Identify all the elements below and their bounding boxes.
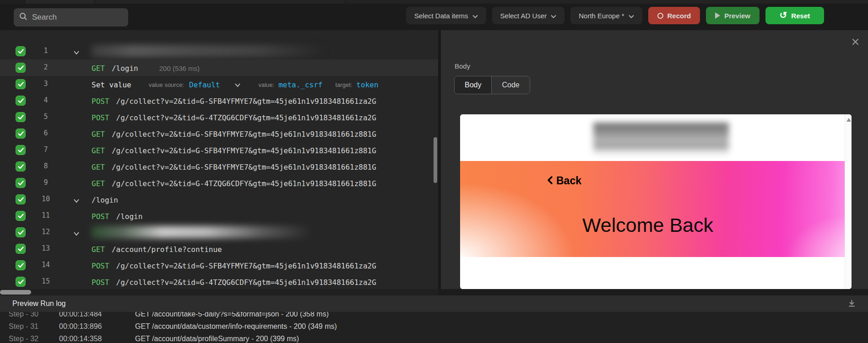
log-entry: Step - 30 00:00:13:484 GET /account/take… <box>0 312 868 320</box>
chevron-down-icon[interactable] <box>234 80 241 89</box>
step-checkbox[interactable] <box>16 211 26 221</box>
step-row-group[interactable]: 10 /login <box>0 191 438 208</box>
chevron-down-icon <box>629 12 634 20</box>
tab-label: Body <box>465 81 481 89</box>
request-url: /g/collect?v=2&tid=G-SFB4YFMYE7&gtm=45je… <box>116 97 376 106</box>
preview-button[interactable]: Preview <box>706 7 760 24</box>
request-url: /g/collect?v=2&tid=G-SFB4YFMYE7&gtm=45je… <box>116 262 376 270</box>
step-row-request[interactable]: 11 POST /login <box>0 208 438 224</box>
select-data-items-dropdown[interactable]: Select Data items <box>406 7 486 24</box>
record-button[interactable]: Record <box>648 7 700 24</box>
top-strip-segment <box>95 0 346 4</box>
preview-scrollbar[interactable] <box>845 114 852 289</box>
step-row-group[interactable]: 12 <box>0 224 438 241</box>
log-entry: Step - 31 00:00:13:896 GET /account/data… <box>0 321 868 332</box>
http-method: POST <box>92 212 109 221</box>
list-scrollbar-thumb[interactable] <box>434 137 437 183</box>
horizontal-scrollbar[interactable] <box>0 289 438 295</box>
step-checkbox[interactable] <box>16 63 26 73</box>
record-label: Record <box>667 12 691 20</box>
list-scrollbar[interactable] <box>433 30 438 289</box>
step-number: 5 <box>38 113 53 121</box>
search-input[interactable] <box>32 13 114 22</box>
step-checkbox[interactable] <box>16 161 26 172</box>
search-box[interactable] <box>14 8 128 27</box>
chevron-left-icon <box>547 175 553 187</box>
preview-hero-banner: Back Welcome Back <box>460 161 852 257</box>
http-method: POST <box>92 113 109 122</box>
log-message: GET /account/data/customer/info-requirem… <box>135 322 337 331</box>
region-dropdown[interactable]: North Europe * <box>570 7 642 24</box>
redacted-logo <box>593 123 729 155</box>
target-field[interactable]: token <box>356 80 378 89</box>
step-row-request[interactable]: 7 GET /g/collect?v=2&tid=G-SFB4YFMYE7&gt… <box>0 142 438 158</box>
request-url: /login <box>112 64 138 73</box>
chevron-down-icon[interactable] <box>73 48 80 57</box>
chevron-down-icon[interactable] <box>73 229 80 238</box>
step-checkbox[interactable] <box>16 46 26 56</box>
step-checkbox[interactable] <box>16 227 26 237</box>
top-strip-segment <box>0 0 25 4</box>
tab-body[interactable]: Body <box>455 76 492 94</box>
value-source-label: value source: <box>149 81 184 88</box>
toolbar: Select Data items Select AD User North E… <box>0 0 868 30</box>
step-checkbox[interactable] <box>16 178 26 188</box>
step-number: 6 <box>38 129 53 137</box>
step-row-request[interactable]: 2 GET /login 200 (536 ms) <box>0 59 438 76</box>
request-url: /g/collect?v=2&tid=G-SFB4YFMYE7&gtm=45je… <box>112 163 376 172</box>
http-method: POST <box>92 278 109 287</box>
step-row-request[interactable]: 13 GET /account/profile?continue <box>0 241 438 257</box>
step-row-request[interactable]: 15 POST /g/collect?v=2&tid=G-4TZQG6CDFY&… <box>0 273 438 289</box>
request-url: /g/collect?v=2&tid=G-4TZQG6CDFY&gtm=45je… <box>112 179 376 188</box>
tab-code[interactable]: Code <box>492 76 529 94</box>
step-checkbox[interactable] <box>16 79 26 89</box>
step-checkbox[interactable] <box>16 260 26 270</box>
step-row-request[interactable]: 5 POST /g/collect?v=2&tid=G-4TZQG6CDFY&g… <box>0 109 438 125</box>
step-number: 12 <box>38 228 53 236</box>
run-log-entries: Step - 30 00:00:13:484 GET /account/take… <box>0 312 868 343</box>
reset-button[interactable]: ↺ Reset <box>765 7 824 24</box>
step-checkbox[interactable] <box>16 96 26 106</box>
top-tab-strip <box>0 0 868 4</box>
select-ad-user-dropdown[interactable]: Select AD User <box>492 7 565 24</box>
step-row-request[interactable]: 8 GET /g/collect?v=2&tid=G-SFB4YFMYE7&gt… <box>0 158 438 175</box>
step-number: 3 <box>38 80 53 88</box>
step-row-set-value[interactable]: 3 Set value value source: Default value:… <box>0 76 438 92</box>
step-number: 14 <box>38 261 53 269</box>
chevron-down-icon[interactable] <box>73 196 80 205</box>
download-icon[interactable] <box>847 299 856 310</box>
redacted-content <box>92 45 326 57</box>
value-field[interactable]: meta._csrf <box>278 80 322 89</box>
http-method: GET <box>92 179 105 188</box>
step-checkbox[interactable] <box>16 145 26 155</box>
step-number: 4 <box>38 96 53 104</box>
step-number: 11 <box>38 211 53 220</box>
record-circle-icon <box>657 13 663 19</box>
step-row-request[interactable]: 4 POST /g/collect?v=2&tid=G-SFB4YFMYE7&g… <box>0 92 438 109</box>
step-checkbox[interactable] <box>16 129 26 139</box>
close-icon[interactable] <box>852 38 859 47</box>
step-row-request[interactable]: 9 GET /g/collect?v=2&tid=G-4TZQG6CDFY&gt… <box>0 175 438 191</box>
back-button[interactable]: Back <box>547 175 581 187</box>
log-step-label: Step - 31 <box>9 322 59 331</box>
chevron-down-icon <box>551 12 556 20</box>
response-status: 200 (536 ms) <box>159 64 200 72</box>
request-list-panel: 1 2 GET /login 200 (536 ms) 3 <box>0 30 438 289</box>
step-checkbox[interactable] <box>16 194 26 204</box>
step-checkbox[interactable] <box>16 277 26 287</box>
request-url: /account/profile?continue <box>112 245 222 254</box>
value-source-select[interactable]: Default <box>189 80 220 89</box>
welcome-heading: Welcome Back <box>460 214 835 236</box>
step-row-group[interactable]: 1 <box>0 43 438 59</box>
dropdown-label: North Europe * <box>579 12 624 20</box>
step-row-request[interactable]: 6 GET /g/collect?v=2&tid=G-SFB4YFMYE7&gt… <box>0 125 438 142</box>
step-checkbox[interactable] <box>16 244 26 254</box>
horizontal-scrollbar-thumb[interactable] <box>0 290 31 295</box>
step-number: 10 <box>38 195 53 203</box>
step-row-request[interactable]: 14 POST /g/collect?v=2&tid=G-SFB4YFMYE7&… <box>0 257 438 273</box>
dropdown-label: Select AD User <box>500 12 547 20</box>
main-area: 1 2 GET /login 200 (536 ms) 3 <box>0 30 868 289</box>
step-checkbox[interactable] <box>16 112 26 122</box>
preview-footer-area <box>460 257 852 289</box>
log-message: GET /account/data/profileSummary - 200 (… <box>135 335 299 343</box>
